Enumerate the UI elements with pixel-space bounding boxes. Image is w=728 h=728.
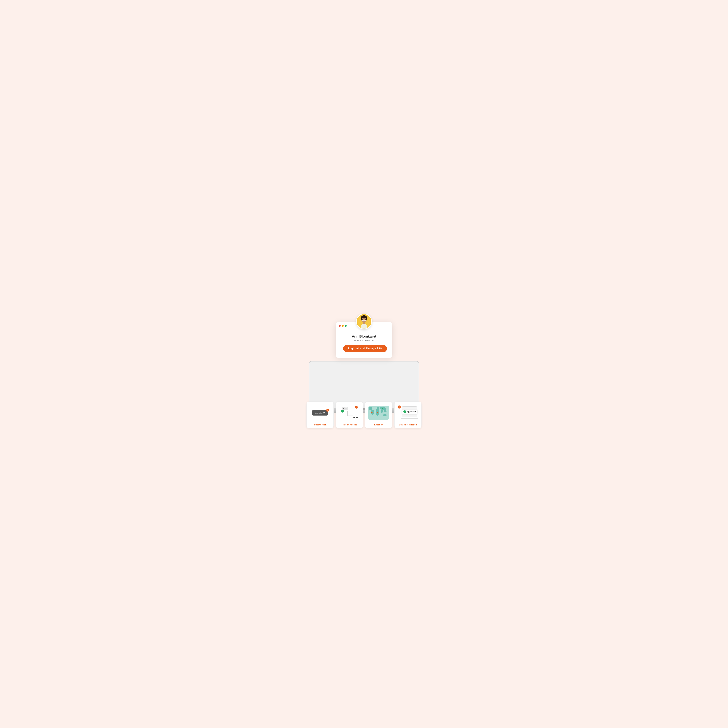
laptop-screen: 192.168.0.0 ✕ IP restriction 6:00 <box>309 361 419 408</box>
location-label: Location <box>374 424 383 426</box>
time-label: Time of Access <box>342 424 357 426</box>
approved-label: Approved <box>407 411 416 413</box>
avatar <box>356 314 372 329</box>
avatar-illustration <box>358 314 370 329</box>
dot-red <box>339 325 341 327</box>
laptop: 192.168.0.0 ✕ IP restriction 6:00 <box>309 361 419 413</box>
device-wrap: ✕ ✓ Approved <box>399 406 418 419</box>
ip-restriction-label: IP restriction <box>314 424 326 426</box>
time-diagram: 6:00 ✓ 18:00 ✕ <box>341 407 358 419</box>
ip-restriction-card: 192.168.0.0 ✕ IP restriction <box>306 402 333 428</box>
time-x-badge: ✕ <box>355 406 358 408</box>
svg-rect-4 <box>366 317 367 320</box>
approved-check-icon: ✓ <box>404 410 406 413</box>
device-laptop-mini: ✓ Approved <box>402 406 418 417</box>
time-start-label: 6:00 <box>342 407 348 410</box>
ip-label-plain: IP <box>314 424 316 426</box>
svg-point-14 <box>382 408 383 409</box>
ip-label-highlight: restriction <box>316 424 326 426</box>
svg-rect-6 <box>363 322 365 324</box>
approved-badge: ✓ Approved <box>402 409 418 414</box>
user-title: Software Developer <box>343 339 385 342</box>
device-restriction-card: ✕ ✓ Approved <box>395 402 422 428</box>
world-map-svg <box>369 405 389 420</box>
time-visual: 6:00 ✓ 18:00 ✕ <box>338 404 361 421</box>
device-x-icon: ✕ <box>398 405 401 408</box>
dot-yellow <box>342 325 344 327</box>
device-x-badge: ✕ <box>398 405 401 408</box>
location-card: Location <box>365 402 392 428</box>
device-label-highlight: restriction <box>407 424 417 426</box>
device-laptop-base <box>401 418 418 419</box>
time-label-plain: Time of <box>342 424 350 426</box>
dot-green <box>345 325 347 327</box>
svg-point-5 <box>363 315 365 317</box>
map-container <box>369 405 389 420</box>
traffic-lights <box>339 325 347 327</box>
svg-point-13 <box>377 411 378 413</box>
ip-restriction-visual: 192.168.0.0 ✕ <box>309 404 332 421</box>
main-scene: Ann Blomkwist Software Developer Login w… <box>300 300 428 428</box>
step-line-svg <box>343 410 354 417</box>
device-label-plain: Device <box>399 424 406 426</box>
location-label-plain: Location <box>374 424 383 426</box>
sso-button[interactable]: Login with miniOrange SSO <box>343 345 387 352</box>
time-label-highlight: Access <box>350 424 357 426</box>
svg-rect-3 <box>361 317 362 320</box>
device-visual: ✕ ✓ Approved <box>396 404 419 421</box>
login-card: Ann Blomkwist Software Developer Login w… <box>336 322 392 358</box>
svg-point-7 <box>362 319 363 320</box>
ip-address: 192.168.0.0 <box>315 411 326 414</box>
time-end-label: 18:00 <box>353 416 358 419</box>
time-of-access-card: 6:00 ✓ 18:00 ✕ <box>336 402 363 428</box>
ip-x-badge: ✕ <box>326 409 329 412</box>
device-restriction-label: Device restriction <box>399 424 417 426</box>
svg-point-8 <box>365 319 366 320</box>
cards-row: 192.168.0.0 ✕ IP restriction 6:00 <box>306 402 422 428</box>
svg-point-15 <box>371 411 373 413</box>
ip-pill: 192.168.0.0 ✕ <box>312 410 328 416</box>
user-name: Ann Blomkwist <box>343 334 385 338</box>
location-visual <box>367 404 390 421</box>
